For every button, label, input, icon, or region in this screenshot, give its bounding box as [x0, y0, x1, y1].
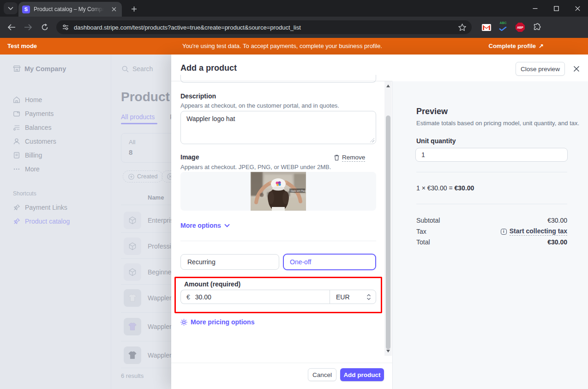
- total-value: €30.00: [547, 238, 567, 246]
- back-button[interactable]: [6, 21, 18, 33]
- currency-code: EUR: [336, 293, 350, 301]
- minimize-icon: [533, 6, 538, 11]
- subtotal-value: €30.00: [547, 217, 567, 224]
- window-controls: [524, 0, 588, 17]
- close-icon: [573, 66, 580, 72]
- forward-icon: [24, 24, 32, 30]
- new-tab-button[interactable]: [128, 4, 139, 14]
- price-equation: 1 × €30.00 = €30.00: [416, 184, 474, 192]
- abp-icon: ABP: [516, 23, 525, 32]
- maximize-button[interactable]: [546, 0, 567, 17]
- equation-total: €30.00: [455, 184, 474, 192]
- reload-icon: [41, 24, 48, 31]
- photo-watermark: made with Placeit: [291, 190, 306, 192]
- add-product-button[interactable]: Add product: [340, 368, 384, 381]
- adblock-extension-icon[interactable]: ABP: [514, 21, 526, 33]
- amount-input[interactable]: [194, 293, 316, 301]
- amount-label: Amount (required): [184, 280, 240, 288]
- section-divider: [180, 241, 376, 241]
- external-arrow-icon: ↗: [539, 43, 544, 49]
- unit-quantity-input[interactable]: [415, 148, 568, 162]
- url-text: dashboard.stripe.com/test/products?activ…: [74, 24, 301, 31]
- trash-icon: [334, 154, 340, 161]
- minimize-button[interactable]: [524, 0, 546, 17]
- bookmark-button[interactable]: [458, 24, 466, 31]
- amount-field[interactable]: €: [180, 290, 330, 304]
- form-scrollbar[interactable]: [384, 81, 392, 356]
- gear-icon: [180, 319, 187, 326]
- puzzle-icon: [533, 23, 541, 31]
- site-settings-icon: [62, 24, 69, 31]
- close-window-button[interactable]: [567, 0, 588, 17]
- preview-divider: [416, 204, 567, 204]
- one-off-button[interactable]: One-off: [283, 254, 376, 270]
- test-mode-label: Test mode: [7, 43, 37, 49]
- address-bar[interactable]: dashboard.stripe.com/test/products?activ…: [56, 20, 472, 34]
- more-pricing-label: More pricing options: [191, 318, 254, 326]
- test-mode-banner: Test mode You're using test data. To acc…: [0, 38, 588, 55]
- tax-link-label: Start collecting tax: [510, 227, 567, 236]
- back-icon: [7, 24, 16, 30]
- browser-tab[interactable]: S Product catalog – My Company: [18, 2, 122, 17]
- description-input[interactable]: Wappler logo hat: [180, 111, 376, 144]
- more-options-link[interactable]: More options: [180, 222, 230, 229]
- preview-helper: Estimate totals based on pricing model, …: [416, 120, 579, 127]
- cancel-button[interactable]: Cancel: [308, 368, 336, 381]
- scrollbar-thumb[interactable]: [386, 115, 390, 349]
- unit-quantity-label: Unit quantity: [416, 137, 456, 145]
- image-preview-container: made with Placeit: [180, 172, 376, 211]
- subtotal-row: Subtotal €30.00: [416, 216, 567, 225]
- select-updown-icon: [366, 294, 371, 300]
- forward-button[interactable]: [22, 21, 34, 33]
- description-label: Description: [180, 92, 216, 100]
- browser-window: S Product catalog – My Company: [0, 0, 588, 389]
- preview-panel: Preview Estimate totals based on pricing…: [392, 81, 588, 389]
- start-collecting-tax-link[interactable]: i Start collecting tax: [501, 227, 567, 236]
- remove-label: Remove: [342, 153, 365, 162]
- resize-handle[interactable]: [370, 138, 374, 142]
- complete-profile-label: Complete profile: [489, 43, 536, 49]
- stripe-favicon: S: [22, 6, 30, 13]
- close-icon: [112, 7, 116, 12]
- close-preview-button[interactable]: Close preview: [516, 62, 565, 76]
- complete-profile-link[interactable]: Complete profile ↗: [489, 43, 544, 49]
- total-row: Total €30.00: [416, 237, 567, 247]
- description-helper: Appears at checkout, on the customer por…: [180, 102, 339, 109]
- modal-footer: Cancel Add product: [171, 363, 392, 389]
- tab-close-button[interactable]: [110, 5, 118, 13]
- gmail-icon: [482, 24, 491, 31]
- spellcheck-extension-icon[interactable]: ABC: [497, 21, 509, 33]
- gmail-extension-icon[interactable]: [480, 21, 492, 33]
- more-pricing-options-link[interactable]: More pricing options: [180, 318, 254, 326]
- currency-select[interactable]: EUR: [330, 290, 376, 304]
- more-options-label: More options: [180, 222, 221, 229]
- banner-message: You're using test data. To accept paymen…: [182, 43, 382, 49]
- subtotal-label: Subtotal: [416, 217, 440, 224]
- reload-button[interactable]: [39, 21, 51, 33]
- modal-title: Add a product: [180, 63, 237, 73]
- modal-close-button[interactable]: [572, 65, 581, 73]
- tab-title: Product catalog – My Company: [34, 6, 104, 12]
- info-icon: i: [501, 229, 507, 235]
- extensions-button[interactable]: [531, 21, 543, 33]
- tab-strip: S Product catalog – My Company: [0, 0, 588, 17]
- name-field-cutoff[interactable]: [180, 75, 376, 83]
- chevron-down-icon: [8, 6, 13, 10]
- spellcheck-icon: ABC: [499, 22, 507, 33]
- maximize-icon: [554, 6, 559, 11]
- tax-label: Tax: [416, 228, 426, 235]
- tab-search-button[interactable]: [4, 2, 18, 14]
- image-label: Image: [180, 153, 199, 161]
- total-label: Total: [416, 238, 430, 246]
- equation-prefix: 1 × €30.00 =: [416, 184, 455, 192]
- recurring-button[interactable]: Recurring: [180, 254, 279, 270]
- scroll-up-arrow[interactable]: [386, 85, 390, 87]
- add-product-modal: Add a product Close preview Description …: [171, 55, 588, 389]
- preview-title: Preview: [416, 107, 448, 116]
- image-helper: Appears at checkout. JPEG, PNG, or WEBP …: [180, 164, 331, 170]
- browser-toolbar: dashboard.stripe.com/test/products?activ…: [0, 17, 588, 38]
- chevron-down-icon: [224, 224, 230, 227]
- plus-icon: [131, 6, 137, 12]
- scroll-down-arrow[interactable]: [386, 350, 390, 353]
- remove-image-link[interactable]: Remove: [334, 153, 365, 162]
